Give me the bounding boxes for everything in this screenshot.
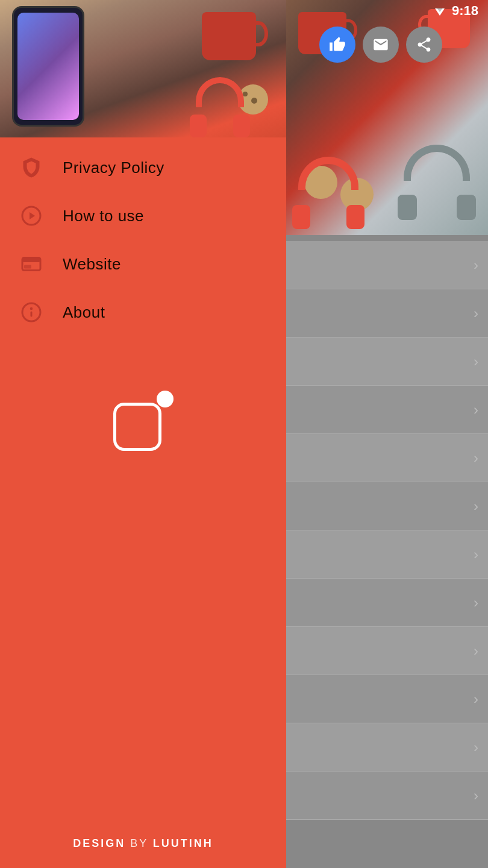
shield-icon — [18, 154, 45, 181]
play-icon — [18, 203, 45, 229]
list-item[interactable]: › — [286, 772, 488, 820]
svg-rect-11 — [31, 312, 33, 317]
list-item[interactable]: › — [286, 338, 488, 386]
status-bar: 9:18 — [286, 0, 488, 22]
chevron-right-icon: › — [474, 498, 478, 515]
chevron-right-icon: › — [474, 450, 478, 467]
list-items: › › › › › › › › › › › › — [286, 241, 488, 820]
list-item[interactable]: › — [286, 386, 488, 434]
like-button[interactable] — [319, 27, 355, 63]
logo-square — [113, 403, 161, 451]
website-icon — [18, 251, 45, 277]
menu-item-how-to-use[interactable]: How to use — [0, 192, 286, 240]
wifi-icon — [433, 4, 447, 18]
headphones-red — [292, 157, 364, 235]
menu-item-website[interactable]: Website — [0, 240, 286, 288]
headphones-gray — [398, 145, 476, 229]
headphones-left — [190, 77, 250, 137]
chevron-right-icon: › — [474, 401, 478, 418]
footer-design: DESIGN — [73, 837, 130, 849]
list-item[interactable]: › — [286, 675, 488, 723]
gmail-button[interactable] — [363, 27, 399, 63]
svg-point-2 — [30, 164, 33, 168]
footer-text: DESIGN BY LUUTINH — [0, 837, 286, 850]
status-time: 9:18 — [452, 3, 478, 19]
action-buttons — [319, 27, 442, 63]
svg-rect-7 — [22, 258, 40, 263]
list-item[interactable]: › — [286, 579, 488, 627]
footer: DESIGN BY LUUTINH — [0, 837, 286, 850]
menu-label-about: About — [63, 303, 105, 322]
app-logo — [113, 391, 174, 451]
svg-rect-8 — [24, 265, 31, 269]
list-item[interactable]: › — [286, 482, 488, 530]
coffee-mug — [202, 12, 256, 60]
chevron-right-icon: › — [474, 643, 478, 659]
chevron-right-icon: › — [474, 257, 478, 274]
left-drawer: Privacy Policy How to use Website — [0, 0, 286, 868]
menu-label-privacy-policy: Privacy Policy — [63, 159, 164, 177]
list-item[interactable]: › — [286, 723, 488, 772]
list-item[interactable]: › — [286, 241, 488, 289]
list-item[interactable]: › — [286, 627, 488, 675]
chevron-right-icon: › — [474, 787, 478, 804]
phone-mockup — [12, 6, 84, 127]
footer-by: BY — [130, 837, 153, 849]
menu-label-website: Website — [63, 255, 121, 274]
menu-item-privacy-policy[interactable]: Privacy Policy — [0, 143, 286, 192]
chevron-right-icon: › — [474, 691, 478, 708]
menu-item-about[interactable]: About — [0, 288, 286, 336]
logo-dot — [157, 391, 174, 407]
list-item[interactable]: › — [286, 289, 488, 338]
chevron-right-icon: › — [474, 739, 478, 756]
svg-point-10 — [30, 307, 33, 310]
svg-marker-5 — [30, 212, 35, 219]
svg-rect-3 — [31, 168, 33, 171]
list-item[interactable]: › — [286, 530, 488, 579]
menu-items: Privacy Policy How to use Website — [0, 137, 286, 342]
chevron-right-icon: › — [474, 353, 478, 370]
app-logo-area — [0, 342, 286, 487]
menu-label-how-to-use: How to use — [63, 207, 144, 225]
share-button[interactable] — [406, 27, 442, 63]
chevron-right-icon: › — [474, 594, 478, 611]
list-item[interactable]: › — [286, 434, 488, 482]
chevron-right-icon: › — [474, 305, 478, 322]
info-icon — [18, 299, 45, 326]
footer-brand: LUUTINH — [153, 837, 213, 849]
chevron-right-icon: › — [474, 546, 478, 563]
drawer-header-image — [0, 0, 286, 137]
